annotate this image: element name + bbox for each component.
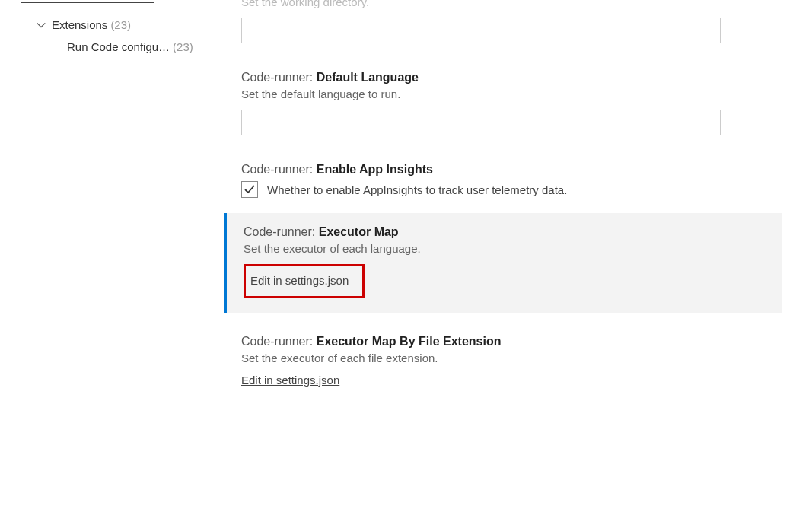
sidebar-runcode-count: (23) [173, 40, 193, 53]
setting-enable-app-insights: Code-runner: Enable App Insights Whether… [241, 151, 782, 213]
setting-cwd: Set the working directory. [241, 0, 782, 59]
setting-executor-map: Code-runner: Executor Map Set the execut… [224, 213, 782, 313]
default-language-input[interactable] [241, 110, 721, 135]
setting-name: Executor Map [319, 225, 399, 238]
app-insights-checkbox[interactable] [241, 181, 258, 198]
cwd-input[interactable] [241, 18, 721, 43]
chevron-down-icon [35, 19, 47, 31]
tab-underline [21, 2, 154, 3]
sidebar-extensions-label: Extensions [52, 18, 107, 31]
setting-prefix: Code-runner: [241, 71, 317, 84]
setting-prefix: Code-runner: [241, 163, 317, 176]
sidebar-runcode-label: Run Code configu… [67, 40, 170, 53]
setting-desc: Set the default language to run. [241, 88, 782, 100]
setting-title: Code-runner: Executor Map [244, 225, 782, 239]
sidebar-extensions-count: (23) [110, 18, 131, 31]
checkbox-label: Whether to enable AppInsights to track u… [267, 183, 567, 196]
setting-executor-map-by-ext: Code-runner: Executor Map By File Extens… [241, 323, 782, 403]
setting-name: Executor Map By File Extension [317, 335, 502, 348]
top-divider [224, 14, 812, 14]
check-icon [244, 183, 256, 196]
sidebar-item-run-code[interactable]: Run Code configu… (23) [0, 36, 224, 58]
setting-name: Enable App Insights [317, 163, 433, 176]
setting-default-language: Code-runner: Default Language Set the de… [241, 59, 782, 151]
setting-prefix: Code-runner: [241, 335, 317, 348]
setting-name: Default Language [317, 71, 419, 84]
setting-cwd-desc: Set the working directory. [241, 0, 782, 8]
setting-prefix: Code-runner: [244, 225, 319, 238]
settings-content: Set the working directory. Code-runner: … [224, 0, 812, 506]
edit-in-settings-link[interactable]: Edit in settings.json [244, 269, 355, 291]
sidebar-item-extensions[interactable]: Extensions (23) [0, 14, 224, 36]
setting-title: Code-runner: Enable App Insights [241, 163, 782, 177]
setting-desc: Set the executor of each language. [244, 242, 782, 255]
highlight-box: Edit in settings.json [244, 264, 365, 298]
setting-desc: Set the executor of each file extension. [241, 352, 782, 364]
checkbox-row: Whether to enable AppInsights to track u… [241, 181, 782, 198]
settings-sidebar: Extensions (23) Run Code configu… (23) [0, 0, 224, 506]
setting-title: Code-runner: Default Language [241, 71, 782, 84]
setting-title: Code-runner: Executor Map By File Extens… [241, 335, 782, 348]
edit-in-settings-link[interactable]: Edit in settings.json [241, 374, 339, 388]
